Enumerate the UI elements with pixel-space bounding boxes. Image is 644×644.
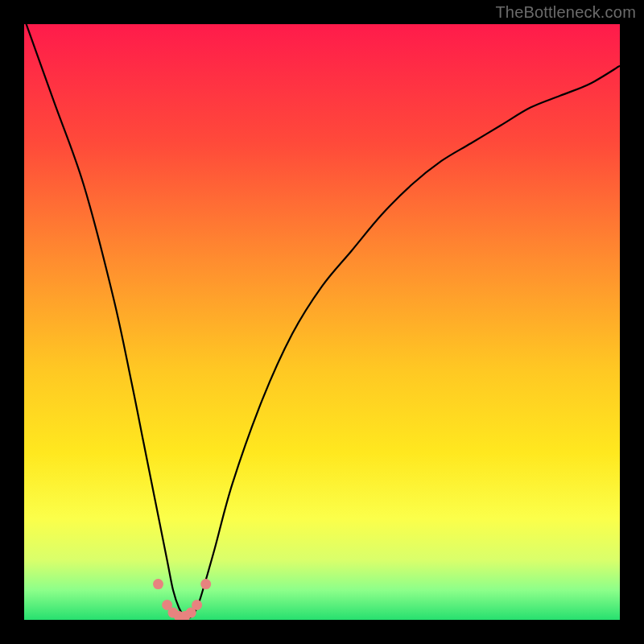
marker-point bbox=[192, 600, 202, 610]
bottleneck-curve bbox=[24, 24, 620, 620]
plot-area bbox=[24, 24, 620, 620]
minimum-markers bbox=[153, 579, 211, 620]
watermark-text: TheBottleneck.com bbox=[495, 3, 636, 22]
curve-path bbox=[24, 24, 620, 618]
marker-point bbox=[153, 579, 163, 589]
marker-point bbox=[200, 579, 211, 589]
chart-frame: TheBottleneck.com bbox=[0, 0, 644, 644]
